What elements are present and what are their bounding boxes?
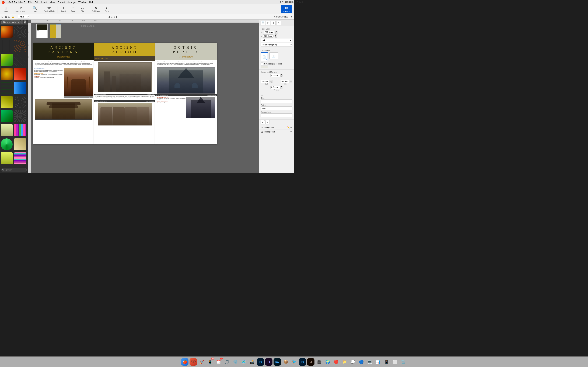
page-width-input[interactable] <box>264 31 274 34</box>
menu-arrange[interactable]: Arrange <box>68 1 76 3</box>
editing-tools-button[interactable]: ↗ Editing Tools <box>13 5 27 13</box>
margin-top-input[interactable] <box>270 74 280 77</box>
margin-bottom-stepper[interactable]: ▲ ▼ <box>280 86 283 89</box>
page-thumb-1[interactable]: content <box>36 24 48 38</box>
texture-item-8[interactable] <box>14 68 26 80</box>
apple-menu[interactable]: 🍎 <box>1 0 5 4</box>
height-down[interactable]: ▼ <box>275 36 277 38</box>
texture-item-9[interactable] <box>1 82 13 94</box>
object-icon[interactable]: 🖼 <box>5 15 7 18</box>
margin-bottom-up[interactable]: ▲ <box>280 86 283 87</box>
texture-item-6[interactable] <box>14 54 26 66</box>
grid-icon-button[interactable]: ⊟ <box>266 120 270 125</box>
margin-right-up[interactable]: ▲ <box>290 80 292 82</box>
menu-app[interactable]: Swift Publisher 5 <box>9 1 25 3</box>
page-thumb-2[interactable] <box>50 24 61 38</box>
pages-icon[interactable]: ⊟ <box>1 15 3 18</box>
texture-item-18[interactable] <box>14 138 26 150</box>
panel-settings-button[interactable]: ⚙ <box>24 20 26 24</box>
panel-dropdown[interactable]: Backgrounds <box>1 20 20 24</box>
texture-item-10[interactable] <box>14 82 26 94</box>
simulate-paper-checkbox[interactable] <box>261 63 263 65</box>
menu-format[interactable]: Format <box>58 1 65 3</box>
menu-window[interactable]: Window <box>78 1 86 3</box>
texture-item-2[interactable] <box>14 26 26 38</box>
foreground-eye-icon[interactable]: 👁 <box>290 126 292 129</box>
texture-item-20[interactable] <box>14 152 26 164</box>
texture-item-11[interactable] <box>1 96 13 108</box>
canvas-area[interactable]: mac668.com 0 50 100 150 200 250 50 100 1… <box>28 20 259 173</box>
preview-button[interactable]: 👁 Preview Mode <box>42 5 56 13</box>
width-down[interactable]: ▼ <box>276 32 278 34</box>
foreground-edit-icon[interactable]: ✏️ <box>287 126 290 129</box>
page-width-stepper[interactable]: ▲ ▼ <box>276 31 278 34</box>
background-eye-icon[interactable]: 👁 <box>290 131 292 133</box>
layers-icon-button[interactable]: ⊞ <box>260 120 265 125</box>
margin-top-stepper[interactable]: ▲ ▼ <box>280 74 283 77</box>
fonts-button[interactable]: F Fonts <box>103 5 112 13</box>
texture-item-19[interactable] <box>1 152 13 164</box>
text-styles-button[interactable]: A Text Styles <box>90 5 102 13</box>
landscape-button[interactable]: 📄 <box>269 52 278 59</box>
menu-insert[interactable]: Insert <box>41 1 47 3</box>
search-input[interactable] <box>1 168 27 172</box>
inspector-button[interactable]: ⧉ Inspector <box>281 5 292 13</box>
inspector-type-icon[interactable]: A <box>276 21 281 25</box>
content-pages-label[interactable]: Content Pages <box>274 16 288 18</box>
texture-item-5[interactable] <box>1 54 13 66</box>
texture-item-16[interactable] <box>14 124 26 136</box>
menu-edit[interactable]: Edit <box>35 1 38 3</box>
title-input[interactable] <box>261 100 292 103</box>
gp-image-2 <box>186 97 215 118</box>
page-height-stepper[interactable]: ▲ ▼ <box>275 34 277 38</box>
insert-button[interactable]: + Insert <box>59 5 68 13</box>
margin-top-up[interactable]: ▲ <box>280 74 283 75</box>
margin-right-stepper[interactable]: ▲ ▼ <box>290 80 292 83</box>
inspector-page-icon[interactable]: 📄 <box>260 21 265 25</box>
height-up[interactable]: ▲ <box>275 34 277 36</box>
margin-top-down[interactable]: ▼ <box>280 75 283 77</box>
margin-bottom-input[interactable] <box>270 86 280 89</box>
texture-item-3[interactable] <box>1 40 13 52</box>
menu-view[interactable]: View <box>50 1 55 3</box>
paper-color-preview[interactable] <box>261 66 268 68</box>
prev-page-button[interactable]: ◀ <box>108 15 110 18</box>
texture-item-13[interactable] <box>1 110 13 122</box>
texture-item-12[interactable] <box>14 96 26 108</box>
panel-add-button[interactable]: + <box>20 20 23 24</box>
next-page-button[interactable]: ▶ <box>116 15 118 18</box>
description-input[interactable] <box>261 113 292 117</box>
texture-item-7[interactable] <box>1 68 13 80</box>
texture-item-1[interactable] <box>1 26 13 38</box>
margin-bottom-down[interactable]: ▼ <box>280 87 283 89</box>
share-button[interactable]: ↑ Share <box>69 5 77 13</box>
texture-item-4[interactable] <box>14 40 26 52</box>
texture-item-14[interactable] <box>14 110 26 122</box>
margin-left-stepper[interactable]: ▲ ▼ <box>270 80 272 83</box>
info-label: Info <box>261 94 292 96</box>
inspector-object-icon[interactable]: ⊞ <box>266 21 270 25</box>
print-button[interactable]: 🖨 Print <box>78 5 87 13</box>
page-height-input[interactable] <box>263 34 274 38</box>
portrait-button[interactable]: 📄 <box>261 52 268 61</box>
margin-left-up[interactable]: ▲ <box>270 80 272 82</box>
margin-left-down[interactable]: ▼ <box>270 82 272 83</box>
content-pages-arrow[interactable]: ▼ <box>291 16 293 18</box>
page-preset-select[interactable]: A4 A3 Letter Custom <box>261 38 292 42</box>
zoom-select[interactable]: 75% 50% 100% 150% <box>18 15 29 19</box>
width-up[interactable]: ▲ <box>276 31 278 32</box>
inspector-text-icon[interactable]: T <box>271 21 276 25</box>
author-input[interactable] <box>261 106 292 110</box>
margin-right-down[interactable]: ▼ <box>290 82 292 83</box>
menu-help[interactable]: Help <box>89 1 94 3</box>
zoom-button[interactable]: 🔍 Zoom <box>30 5 39 13</box>
margin-left-input[interactable] <box>261 80 270 83</box>
margin-right-input[interactable] <box>281 80 289 83</box>
view-button[interactable]: ⊞ View <box>2 5 10 13</box>
unit-select[interactable]: Millimeters (mm) Inches Points <box>261 43 292 47</box>
menu-file[interactable]: File <box>28 1 32 3</box>
texture-item-17[interactable] <box>1 138 13 150</box>
lock-icon[interactable]: 🔒 <box>11 15 14 18</box>
texture-item-15[interactable] <box>1 124 13 136</box>
crop-icon[interactable]: ⊡ <box>8 15 10 18</box>
